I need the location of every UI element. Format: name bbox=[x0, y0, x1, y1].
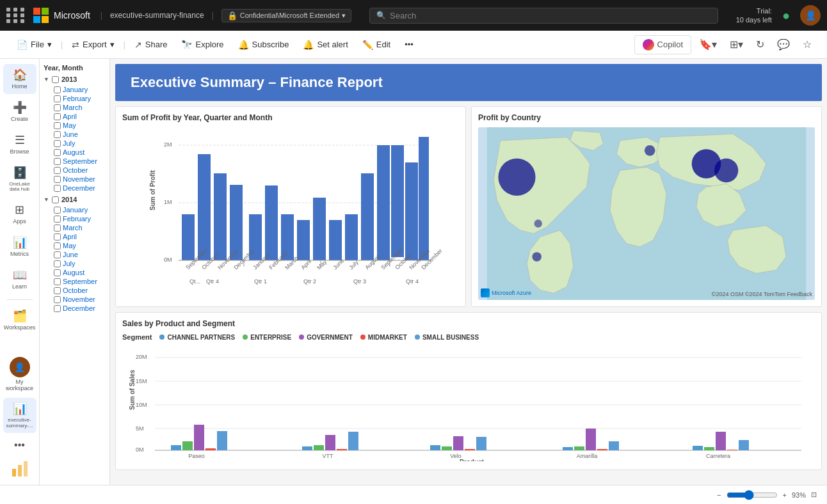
month-mar-2013[interactable]: March bbox=[54, 104, 106, 111]
month-jan-2014[interactable]: January bbox=[54, 206, 106, 214]
month-nov-2013[interactable]: November bbox=[54, 175, 106, 183]
edit-button[interactable]: ✏️ Edit bbox=[356, 36, 397, 54]
bar-carretera-gov bbox=[716, 432, 726, 450]
profit-map-title: Profit by Country bbox=[478, 113, 815, 122]
month-may-2013[interactable]: May bbox=[54, 122, 106, 129]
bar-jun-2014 bbox=[329, 220, 342, 260]
share-icon: ↗ bbox=[134, 40, 142, 50]
ellipsis-icon: ••• bbox=[405, 40, 413, 49]
legend-text-midmarket: MIDMARKET bbox=[368, 334, 407, 341]
year-2013-checkbox[interactable] bbox=[52, 76, 59, 83]
refresh-button[interactable]: ↻ bbox=[751, 35, 769, 54]
sidebar-item-workspaces[interactable]: 🗂️ Workspaces bbox=[3, 305, 36, 335]
alert-label: Set alert bbox=[317, 40, 348, 49]
bar-vtt-ent bbox=[314, 445, 324, 450]
sidebar-item-apps[interactable]: ⊞ Apps bbox=[3, 199, 36, 229]
star-button[interactable]: ☆ bbox=[798, 35, 817, 54]
month-jun-2014[interactable]: June bbox=[54, 251, 106, 258]
month-jan-2013[interactable]: January bbox=[54, 86, 106, 93]
comment-button[interactable]: 💬 bbox=[772, 35, 795, 54]
subscribe-button[interactable]: 🔔 Subscribe bbox=[232, 36, 296, 54]
classification-badge[interactable]: 🔒 Confidential\Microsoft Extended ▾ bbox=[221, 9, 351, 22]
chevron-up-icon: ▼ bbox=[44, 76, 49, 83]
bar-sep-2013 bbox=[182, 214, 195, 260]
sidebar-item-browse[interactable]: ☰ Browse bbox=[3, 129, 36, 159]
legend-dot-government bbox=[299, 335, 304, 340]
zoom-minus[interactable]: − bbox=[717, 491, 721, 499]
month-dec-2013[interactable]: December bbox=[54, 184, 106, 192]
month-jul-2013[interactable]: July bbox=[54, 139, 106, 147]
month-jul-2014[interactable]: July bbox=[54, 260, 106, 267]
bookmark-button[interactable]: 🔖▾ bbox=[694, 35, 722, 54]
export-menu[interactable]: ⇄ Export ▾ bbox=[65, 36, 121, 54]
sidebar-item-more[interactable]: ••• bbox=[3, 436, 36, 455]
legend-dot-channel bbox=[159, 335, 165, 340]
sidebar-workspaces-label: Workspaces bbox=[4, 325, 35, 331]
share-button[interactable]: ↗ Share bbox=[128, 36, 174, 54]
sidebar-myworkspace-label: My workspace bbox=[6, 379, 34, 392]
month-jun-2013[interactable]: June bbox=[54, 130, 106, 138]
year-2014-header[interactable]: ▼ 2014 bbox=[44, 196, 106, 203]
search-box[interactable]: 🔍 bbox=[369, 8, 718, 24]
month-may-2014[interactable]: May bbox=[54, 242, 106, 249]
file-menu[interactable]: 📄 File ▾ bbox=[10, 36, 58, 54]
year-2014-checkbox[interactable] bbox=[52, 196, 59, 203]
onelake-icon: 🗄️ bbox=[13, 166, 27, 180]
month-sep-2014[interactable]: September bbox=[54, 278, 106, 285]
svg-text:Sum of Sales: Sum of Sales bbox=[129, 370, 136, 410]
map-copyright[interactable]: ©2024 OSM ©2024 TomTom Feedback bbox=[712, 291, 812, 297]
month-oct-2014[interactable]: October bbox=[54, 287, 106, 294]
month-sep-2013[interactable]: September bbox=[54, 157, 106, 165]
month-apr-2014[interactable]: April bbox=[54, 233, 106, 240]
month-aug-2013[interactable]: August bbox=[54, 148, 106, 156]
layout-button[interactable]: ⊞▾ bbox=[725, 35, 748, 54]
sales-bar-chart-svg: 20M 15M 10M 5M 0M Sum of Sales bbox=[122, 346, 815, 461]
sidebar-item-create[interactable]: ➕ Create bbox=[3, 97, 36, 127]
file-label: File bbox=[31, 40, 44, 49]
bar-velo-mid bbox=[465, 449, 475, 450]
month-mar-2014[interactable]: March bbox=[54, 224, 106, 232]
apps-grid-icon[interactable] bbox=[6, 8, 26, 23]
sidebar-item-learn[interactable]: 📖 Learn bbox=[3, 264, 36, 294]
sidebar-item-metrics[interactable]: 📊 Metrics bbox=[3, 232, 36, 262]
month-dec-2014[interactable]: December bbox=[54, 304, 106, 312]
sidebar-item-myworkspace[interactable]: 👤 My workspace bbox=[3, 353, 36, 396]
edit-icon: ✏️ bbox=[362, 40, 373, 50]
month-label: July bbox=[63, 260, 76, 267]
more-button[interactable]: ••• bbox=[398, 36, 420, 53]
month-feb-2013[interactable]: February bbox=[54, 95, 106, 102]
search-input[interactable] bbox=[390, 11, 711, 20]
month-aug-2014[interactable]: August bbox=[54, 269, 106, 276]
sidebar-item-onelake[interactable]: 🗄️ OneLake data hub bbox=[3, 162, 36, 197]
learn-icon: 📖 bbox=[13, 268, 27, 282]
zoom-slider[interactable] bbox=[727, 490, 778, 500]
month-oct-2013[interactable]: October bbox=[54, 166, 106, 174]
explore-button[interactable]: 🔭 Explore bbox=[175, 36, 230, 54]
month-nov-2014[interactable]: November bbox=[54, 295, 106, 303]
year-2013-header[interactable]: ▼ 2013 bbox=[44, 75, 106, 83]
zoom-plus[interactable]: + bbox=[783, 491, 787, 499]
month-apr-2013[interactable]: April bbox=[54, 113, 106, 120]
bubble-northamerica-large bbox=[498, 159, 535, 196]
sidebar-item-active-report[interactable]: 📊 executive-summary-... bbox=[3, 398, 36, 433]
sidebar-item-home[interactable]: 🏠 Home bbox=[3, 64, 36, 94]
month-label: September bbox=[63, 157, 97, 165]
copilot-button[interactable]: Copilot bbox=[634, 35, 691, 54]
chevron-up-icon: ▼ bbox=[44, 196, 49, 203]
fit-page-icon[interactable]: ⊡ bbox=[811, 491, 817, 499]
alert-button[interactable]: 🔔 Set alert bbox=[296, 36, 354, 54]
azure-text: Microsoft Azure bbox=[492, 290, 531, 296]
month-feb-2014[interactable]: February bbox=[54, 215, 106, 223]
legend-government: GOVERNMENT bbox=[299, 334, 353, 341]
svg-text:0M: 0M bbox=[136, 446, 144, 453]
month-label: June bbox=[63, 130, 78, 138]
svg-text:5M: 5M bbox=[136, 425, 144, 432]
user-avatar[interactable]: 👤 bbox=[800, 5, 821, 26]
status-bar: − + 93% ⊡ bbox=[0, 485, 827, 504]
powerbi-icon: 📊 bbox=[13, 402, 27, 416]
profit-map-card: Profit by Country bbox=[471, 106, 822, 307]
svg-rect-2 bbox=[24, 461, 28, 476]
bar-amarilla-mid bbox=[597, 449, 607, 450]
legend-dot-smallbiz bbox=[415, 335, 420, 340]
search-icon: 🔍 bbox=[376, 11, 386, 20]
